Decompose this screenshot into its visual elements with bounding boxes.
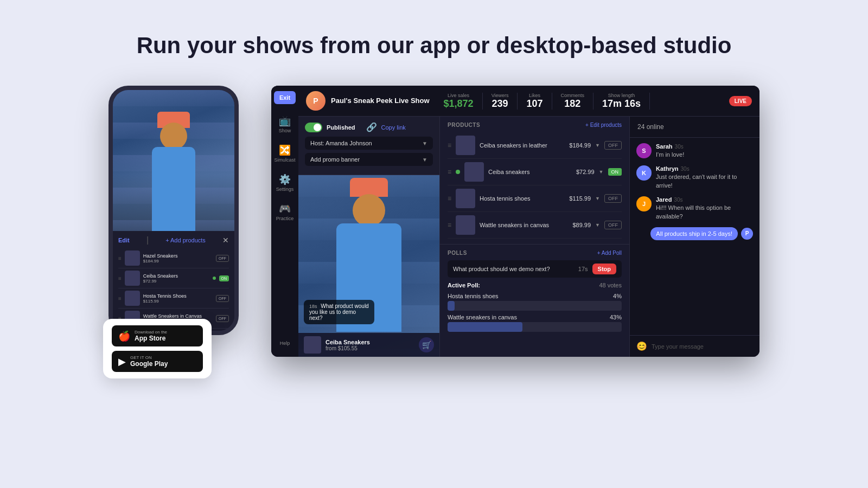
stat-viewers-label: Viewers <box>492 93 509 98</box>
practice-icon: 🎮 <box>279 203 291 215</box>
poll-bar-row-1: Hosta tennis shoes 4% <box>448 293 622 311</box>
phone-product-name-1: Hazel Sneakers <box>143 253 206 259</box>
poll-bar-fill-2 <box>448 322 522 332</box>
show-avatar: P <box>306 91 326 111</box>
polls-section: POLLS + Add Poll What product should we … <box>440 245 629 341</box>
phone-dot-empty-1 <box>209 256 213 260</box>
studio-left: Published 🔗 Copy link Host: Amanda Johns… <box>298 117 439 357</box>
phone-edit-label[interactable]: Edit <box>118 237 130 243</box>
stat-viewers-value: 239 <box>492 98 508 110</box>
edit-products-link[interactable]: + Edit products <box>585 122 622 128</box>
apple-icon: 🍎 <box>118 330 130 342</box>
chat-bubble-time: 18s <box>309 304 317 309</box>
product-bar-price: from $105.55 <box>326 345 414 351</box>
product-status-2[interactable]: ON <box>608 168 622 176</box>
stat-comments-value: 182 <box>564 98 580 110</box>
studio-header: P Paul's Sneak Peek Live Show Live sales… <box>298 86 760 117</box>
sidebar-show-label: Show <box>279 128 291 133</box>
poll-stop-btn[interactable]: Stop <box>592 264 616 274</box>
poll-bar-label-1: Hosta tennis shoes 4% <box>448 293 622 299</box>
product-bar-cart-btn[interactable]: 🛒 <box>419 337 434 352</box>
poll-option-text-2: Wattle sneakers in canvas <box>448 314 517 320</box>
sidebar-nav-practice[interactable]: 🎮 Practice <box>271 198 298 226</box>
sidebar-settings-label: Settings <box>276 187 294 192</box>
chat-messages: S Sarah 30s I'm in love! <box>630 138 760 335</box>
product-row-3: ≡ Hosta tennis shoes $115.99 ▼ OFF <box>448 185 622 212</box>
product-status-3[interactable]: OFF <box>604 194 622 203</box>
published-row: Published 🔗 Copy link <box>305 122 433 132</box>
published-label: Published <box>327 124 355 131</box>
product-status-1[interactable]: OFF <box>604 141 622 150</box>
chat-text-sarah: I'm in love! <box>656 151 753 159</box>
chat-content-kathryn: Kathryn 30s Just ordered, can't wait for… <box>656 165 753 190</box>
product-price-4: $89.99 <box>572 222 591 228</box>
phone-product-info-3: Hosta Tennis Shoes $115.99 <box>143 293 206 304</box>
googleplay-badge[interactable]: ▶ GET IT ON Google Play <box>112 351 203 372</box>
chat-input-row: 😊 Type your message <box>630 335 760 357</box>
polls-section-header: POLLS + Add Poll <box>448 250 622 256</box>
poll-timer: 17s <box>578 266 588 272</box>
phone-product-img-2 <box>125 271 140 286</box>
phone-dot-2 <box>213 277 216 280</box>
products-section: PRODUCTS + Edit products ≡ Ceiba sneaker… <box>440 117 629 245</box>
sidebar-nav-show[interactable]: 📺 Show <box>271 111 298 138</box>
copy-link-btn[interactable]: Copy link <box>381 124 406 131</box>
poll-bar-label-2: Wattle sneakers in canvas 43% <box>448 314 622 320</box>
product-row-1: ≡ Ceiba sneakers in leather $184.99 ▼ OF… <box>448 132 622 159</box>
drag-handle-4[interactable]: ≡ <box>448 221 451 229</box>
phone: Edit | + Add products ✕ ≡ Hazel Sneakers… <box>108 86 239 335</box>
add-poll-link[interactable]: + Add Poll <box>597 250 622 256</box>
product-row-2: ≡ Ceiba sneakers $72.99 ▼ ON <box>448 159 622 185</box>
phone-toggle-2[interactable]: ON <box>219 275 229 281</box>
poll-percent-1: 4% <box>613 293 622 299</box>
drag-handle-2[interactable]: ≡ <box>448 168 451 176</box>
product-status-4[interactable]: OFF <box>604 221 622 229</box>
stat-likes-value: 107 <box>526 98 542 110</box>
product-bar-info: Ceiba Sneakers from $105.55 <box>326 339 414 351</box>
phone-product-img-3 <box>125 291 140 306</box>
phone-add-products[interactable]: + Add products <box>165 237 206 243</box>
sidebar-nav-simulcast[interactable]: 🔀 Simulcast <box>271 140 298 167</box>
sidebar-simulcast-label: Simulcast <box>274 157 295 163</box>
product-bar-img <box>304 336 321 354</box>
avatar-kathryn: K <box>636 165 652 181</box>
stat-live-sales: Live sales $1,872 <box>435 93 483 110</box>
chat-input-placeholder[interactable]: Type your message <box>652 343 753 350</box>
product-thumb-4 <box>456 215 475 235</box>
chat-time-kathryn: 30s <box>681 166 690 172</box>
chat-name-row-kathryn: Kathryn 30s <box>656 165 753 172</box>
avatar-jared: J <box>636 196 652 211</box>
drag-handle-1[interactable]: ≡ <box>448 142 451 149</box>
phone-panel-header: Edit | + Add products ✕ <box>118 235 229 245</box>
price-arrow-3: ▼ <box>595 196 600 201</box>
poll-input-row: What product should we demo next? 17s St… <box>448 260 622 278</box>
host-dropdown[interactable]: Host: Amanda Johnson ▼ <box>305 137 433 150</box>
exit-button[interactable]: Exit <box>274 91 296 104</box>
phone-toggle-4[interactable]: OFF <box>216 315 229 322</box>
published-toggle[interactable] <box>305 123 322 132</box>
emoji-icon[interactable]: 😊 <box>636 341 647 351</box>
poll-bar-fill-1 <box>448 301 455 311</box>
drag-handle-3[interactable]: ≡ <box>448 195 451 202</box>
phone-toggle-3[interactable]: OFF <box>216 295 229 302</box>
banner-dropdown[interactable]: Add promo banner ▼ <box>305 153 433 166</box>
price-arrow-4: ▼ <box>595 222 600 228</box>
sidebar-help[interactable]: Help <box>280 341 290 351</box>
product-price-2: $72.99 <box>576 169 595 175</box>
chat-name-kathryn: Kathryn <box>656 165 679 172</box>
appstore-badge[interactable]: 🍎 Download on the App Store <box>112 325 203 346</box>
googleplay-text: GET IT ON Google Play <box>130 355 168 368</box>
sidebar-nav-settings[interactable]: ⚙️ Settings <box>271 169 298 196</box>
googleplay-name: Google Play <box>130 360 168 368</box>
phone-product-row-3: ≡ Hosta Tennis Shoes $115.99 OFF <box>118 288 229 309</box>
phone-close-btn[interactable]: ✕ <box>222 236 229 245</box>
phone-toggle-1[interactable]: OFF <box>216 255 229 262</box>
host-dropdown-text: Host: Amanda Johnson <box>310 140 372 146</box>
products-section-header: PRODUCTS + Edit products <box>448 122 622 128</box>
show-icon: 📺 <box>279 115 291 127</box>
appstore-sub: Download on the <box>135 330 167 335</box>
studio-product-bar: Ceiba Sneakers from $105.55 🛒 <box>298 333 439 357</box>
stats-bar: Live sales $1,872 Viewers 239 Likes 107 <box>435 93 718 110</box>
chat-message-sarah: S Sarah 30s I'm in love! <box>636 143 753 159</box>
link-icon: 🔗 <box>366 122 377 132</box>
